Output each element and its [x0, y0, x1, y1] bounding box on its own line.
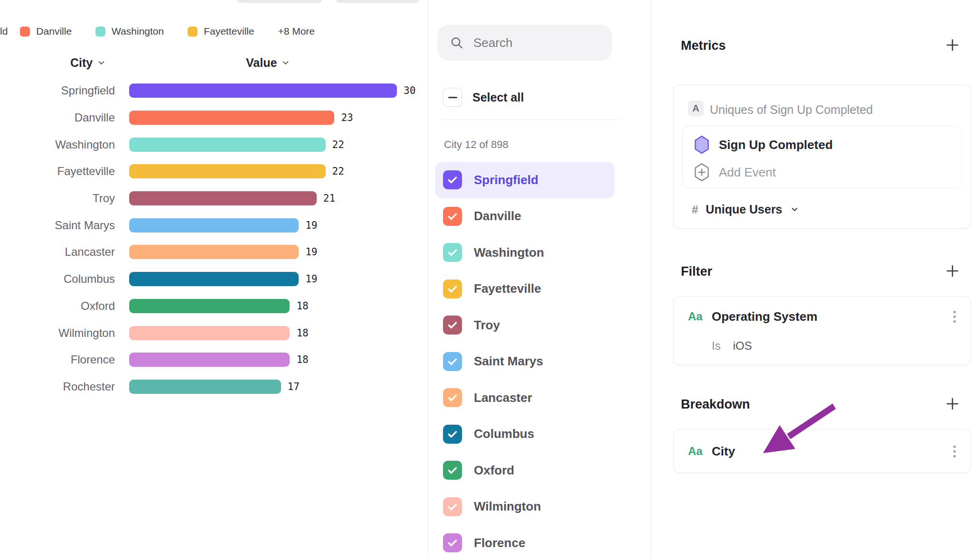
check-icon	[446, 537, 459, 549]
bar-chart: Springfield30Danville23Washington22Fayet…	[0, 77, 428, 400]
breakdown-section-title: Breakdown	[681, 397, 750, 412]
city-list-item[interactable]: Saint Marys	[435, 344, 614, 380]
city-checkbox[interactable]	[443, 388, 462, 407]
metrics-section-title: Metrics	[681, 38, 726, 53]
city-list-label: Washington	[474, 245, 544, 260]
city-list-label: Lancaster	[474, 391, 532, 405]
chart-bar[interactable]	[129, 111, 334, 125]
chart-bar[interactable]	[129, 353, 290, 367]
city-list-item[interactable]: Columbus	[435, 416, 614, 453]
breakdown-card[interactable]: Aa City	[673, 429, 971, 473]
legend-more-label[interactable]: +8 More	[278, 26, 315, 37]
column-header-value[interactable]: Value	[246, 56, 290, 70]
column-header-value-label: Value	[246, 56, 277, 70]
add-metric-button[interactable]	[944, 37, 961, 53]
city-checkbox[interactable]	[443, 207, 462, 226]
chevron-down-icon	[790, 205, 799, 214]
city-checkbox[interactable]	[443, 243, 462, 262]
query-inspector-panel: Metrics A Uniques of Sign Up Completed S…	[652, 0, 980, 558]
aggregation-selector[interactable]: # Unique Users	[692, 203, 799, 216]
add-event-label: Add Event	[719, 165, 776, 180]
kebab-menu-icon[interactable]	[953, 446, 956, 457]
city-list-item[interactable]: Florence	[435, 525, 614, 558]
chart-bar[interactable]	[129, 272, 299, 286]
city-checkbox[interactable]	[443, 425, 462, 444]
city-checkbox[interactable]	[443, 461, 462, 480]
chart-bar[interactable]	[129, 84, 397, 98]
legend-swatch	[20, 27, 30, 37]
filter-clause[interactable]: Is iOS	[712, 339, 752, 353]
city-list-item[interactable]: Troy	[435, 307, 614, 344]
chart-value-label: 19	[305, 273, 317, 285]
city-list-item[interactable]: Fayetteville	[435, 271, 614, 307]
legend-item-label[interactable]: Washington	[112, 26, 164, 37]
column-header-city[interactable]: City	[70, 56, 106, 70]
city-checkbox[interactable]	[443, 497, 462, 516]
legend-item-label[interactable]: Fayetteville	[204, 26, 254, 37]
chart-bar[interactable]	[129, 138, 326, 152]
select-all-row[interactable]: Select all	[443, 87, 524, 108]
check-icon	[446, 319, 459, 331]
hexagon-event-icon	[693, 135, 710, 154]
city-list: SpringfieldDanvilleWashingtonFayettevill…	[435, 162, 614, 558]
check-icon	[446, 428, 459, 440]
chart-bar[interactable]	[129, 380, 281, 394]
chart-row: Wilmington18	[0, 319, 428, 346]
select-all-label: Select all	[472, 91, 524, 104]
chart-value-label: 18	[296, 327, 308, 339]
city-list-item[interactable]: Oxford	[435, 452, 614, 489]
chart-bar[interactable]	[129, 299, 290, 313]
city-list-item[interactable]: Lancaster	[435, 380, 614, 416]
chart-bar[interactable]	[129, 326, 290, 340]
chart-value-label: 22	[332, 166, 344, 177]
chart-row: Oxford18	[0, 293, 428, 320]
city-list-item[interactable]: Springfield	[435, 162, 614, 198]
city-checkbox[interactable]	[443, 352, 462, 371]
breakdown-values-panel: Search Select all City 12 of 898 Springf…	[428, 0, 651, 558]
legend-item-clipped[interactable]: ld	[0, 26, 8, 37]
chart-category-label: Danville	[0, 111, 115, 124]
clipped-toolbar-button[interactable]	[237, 0, 322, 3]
chart-bar[interactable]	[129, 245, 299, 259]
event-card: Sign Up Completed Add Event	[682, 126, 962, 188]
chart-category-label: Oxford	[0, 299, 115, 313]
city-checkbox[interactable]	[443, 170, 462, 189]
city-checkbox[interactable]	[443, 316, 462, 335]
city-list-item[interactable]: Washington	[435, 234, 614, 271]
city-list-label: Danville	[474, 209, 521, 223]
chart-category-label: Washington	[0, 138, 115, 151]
select-all-checkbox-indeterminate[interactable]	[443, 88, 462, 107]
metric-card[interactable]: A Uniques of Sign Up Completed Sign Up C…	[673, 84, 971, 229]
city-list-item[interactable]: Wilmington	[435, 489, 614, 525]
city-list-label: Springfield	[474, 173, 538, 187]
check-icon	[446, 501, 459, 513]
search-input[interactable]: Search	[437, 25, 612, 61]
city-checkbox[interactable]	[443, 533, 462, 552]
chart-value-label: 19	[305, 220, 317, 231]
city-list-label: Florence	[474, 536, 525, 550]
chart-category-label: Fayetteville	[0, 165, 115, 178]
chart-bar[interactable]	[129, 164, 326, 178]
chart-row: Springfield30	[0, 77, 428, 104]
clipped-toolbar-button[interactable]	[336, 0, 419, 3]
add-breakdown-button[interactable]	[944, 396, 961, 412]
chart-category-label: Saint Marys	[0, 219, 115, 232]
chart-bar[interactable]	[129, 218, 299, 232]
chart-category-label: Columbus	[0, 272, 115, 286]
property-type-badge: Aa	[688, 445, 703, 458]
search-icon	[450, 36, 464, 50]
add-filter-button[interactable]	[944, 263, 961, 279]
kebab-menu-icon[interactable]	[953, 311, 956, 323]
event-row[interactable]: Sign Up Completed	[693, 135, 833, 154]
chart-category-label: Wilmington	[0, 326, 115, 340]
city-list-item[interactable]: Danville	[435, 198, 614, 235]
filter-card[interactable]: Aa Operating System Is iOS	[673, 296, 971, 365]
chart-bar[interactable]	[129, 191, 317, 205]
add-event-row[interactable]: Add Event	[693, 163, 776, 182]
city-checkbox[interactable]	[443, 279, 462, 298]
chevron-down-icon	[281, 58, 290, 67]
chart-row: Columbus19	[0, 266, 428, 293]
legend-item-label[interactable]: Danville	[36, 26, 72, 37]
chart-category-label: Troy	[0, 192, 115, 205]
check-icon	[446, 283, 459, 295]
